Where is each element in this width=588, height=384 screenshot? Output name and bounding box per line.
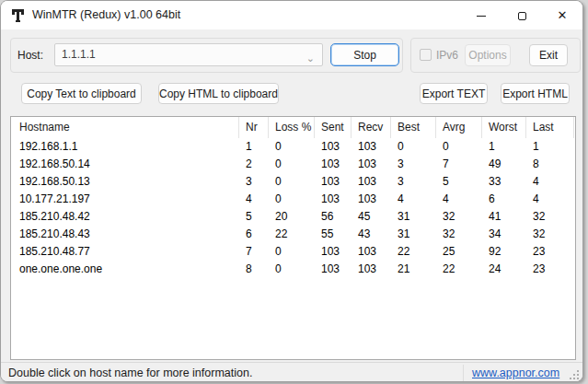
value-cell: 21 xyxy=(391,261,436,278)
value-cell: 8 xyxy=(526,156,574,173)
value-cell: 0 xyxy=(269,138,315,156)
winmtr-window: WinMTR (Redux) v1.00 64bit ✕ Host: 1.1.1… xyxy=(0,0,583,382)
column-header-nr[interactable]: Nr xyxy=(239,117,269,138)
value-cell: 7 xyxy=(239,243,269,261)
table-row[interactable]: 192.168.1.1101031030011 xyxy=(11,138,575,156)
value-cell: 103 xyxy=(352,243,391,261)
value-cell: 1 xyxy=(239,138,269,156)
value-cell: 103 xyxy=(315,156,352,173)
value-cell: 25 xyxy=(436,243,482,261)
value-cell: 23 xyxy=(526,243,574,261)
value-cell: 0 xyxy=(269,156,315,173)
hostname-cell: one.one.one.one xyxy=(11,261,239,278)
minimize-button[interactable] xyxy=(461,1,502,29)
value-cell: 43 xyxy=(352,226,391,243)
hostname-cell: 192.168.50.13 xyxy=(11,173,239,191)
value-cell: 103 xyxy=(315,261,352,278)
value-cell: 23 xyxy=(526,261,574,278)
value-cell: 103 xyxy=(352,138,391,156)
copy-html-button[interactable]: Copy HTML to clipboard xyxy=(158,83,279,104)
exit-button[interactable]: Exit xyxy=(529,44,568,66)
value-cell: 0 xyxy=(269,191,315,208)
value-cell: 22 xyxy=(436,261,482,278)
titlebar: WinMTR (Redux) v1.00 64bit ✕ xyxy=(1,1,582,29)
value-cell: 22 xyxy=(269,226,315,243)
table-row[interactable]: 185.210.48.777010310322259223 xyxy=(11,243,575,261)
value-cell: 0 xyxy=(269,173,315,191)
value-cell: 92 xyxy=(482,243,526,261)
value-cell: 32 xyxy=(436,208,482,226)
value-cell: 7 xyxy=(436,156,482,173)
app-icon xyxy=(11,8,26,23)
options-button[interactable]: Options xyxy=(465,44,511,66)
column-header-worst[interactable]: Worst xyxy=(482,117,526,138)
value-cell: 34 xyxy=(482,226,526,243)
value-cell: 55 xyxy=(315,226,352,243)
value-cell: 103 xyxy=(352,173,391,191)
results-table: HostnameNrLoss %SentRecvBestAvrgWorstLas… xyxy=(10,116,576,360)
table-row[interactable]: 192.168.50.133010310335334 xyxy=(11,173,575,191)
copy-text-button[interactable]: Copy Text to clipboard xyxy=(21,83,142,104)
column-header-best[interactable]: Best xyxy=(391,117,436,138)
value-cell: 31 xyxy=(391,226,436,243)
value-cell: 103 xyxy=(352,191,391,208)
resize-grip[interactable] xyxy=(568,368,581,381)
ipv6-label: IPv6 xyxy=(436,44,458,66)
value-cell: 103 xyxy=(315,191,352,208)
table-row[interactable]: 185.210.48.42520564531324132 xyxy=(11,208,575,226)
statusbar-divider xyxy=(463,365,464,381)
value-cell: 45 xyxy=(352,208,391,226)
export-text-button[interactable]: Export TEXT xyxy=(420,83,488,104)
value-cell: 5 xyxy=(239,208,269,226)
value-cell: 103 xyxy=(352,156,391,173)
column-header-hostname[interactable]: Hostname xyxy=(11,117,239,138)
hostname-cell: 192.168.1.1 xyxy=(11,138,239,156)
column-header-sent[interactable]: Sent xyxy=(315,117,352,138)
value-cell: 32 xyxy=(526,226,574,243)
appnor-link[interactable]: www.appnor.com xyxy=(472,363,559,382)
value-cell: 6 xyxy=(482,191,526,208)
value-cell: 0 xyxy=(269,243,315,261)
host-label: Host: xyxy=(17,44,43,66)
stop-button[interactable]: Stop xyxy=(330,43,399,66)
maximize-button[interactable] xyxy=(502,1,542,29)
host-combobox[interactable]: 1.1.1.1 ⌄ xyxy=(54,43,323,66)
export-html-button[interactable]: Export HTML xyxy=(501,83,570,104)
minimize-icon xyxy=(477,16,486,17)
statusbar: Double click on host name for more infor… xyxy=(1,362,582,382)
table-row[interactable]: 185.210.48.43622554331323432 xyxy=(11,226,575,243)
ipv6-checkbox[interactable] xyxy=(420,49,432,61)
value-cell: 103 xyxy=(315,243,352,261)
host-value: 1.1.1.1 xyxy=(62,48,96,61)
value-cell: 4 xyxy=(391,191,436,208)
value-cell: 32 xyxy=(526,208,574,226)
table-row[interactable]: 192.168.50.142010310337498 xyxy=(11,156,575,173)
value-cell: 6 xyxy=(239,226,269,243)
chevron-down-icon: ⌄ xyxy=(306,48,315,69)
close-button[interactable]: ✕ xyxy=(542,1,582,29)
value-cell: 4 xyxy=(436,191,482,208)
column-header-loss[interactable]: Loss % xyxy=(269,117,315,138)
value-cell: 33 xyxy=(482,173,526,191)
value-cell: 5 xyxy=(436,173,482,191)
hostname-cell: 192.168.50.14 xyxy=(11,156,239,173)
value-cell: 3 xyxy=(391,156,436,173)
value-cell: 24 xyxy=(482,261,526,278)
value-cell: 3 xyxy=(239,173,269,191)
value-cell: 103 xyxy=(352,261,391,278)
value-cell: 103 xyxy=(315,138,352,156)
table-row[interactable]: one.one.one.one8010310321222423 xyxy=(11,261,575,278)
table-header: HostnameNrLoss %SentRecvBestAvrgWorstLas… xyxy=(11,117,575,138)
column-header-avrg[interactable]: Avrg xyxy=(436,117,482,138)
value-cell: 20 xyxy=(269,208,315,226)
value-cell: 32 xyxy=(436,226,482,243)
value-cell: 41 xyxy=(482,208,526,226)
value-cell: 4 xyxy=(526,191,574,208)
window-title: WinMTR (Redux) v1.00 64bit xyxy=(32,1,180,29)
hostname-cell: 185.210.48.42 xyxy=(11,208,239,226)
column-header-last[interactable]: Last xyxy=(526,117,574,138)
value-cell: 2 xyxy=(239,156,269,173)
table-row[interactable]: 10.177.21.197401031034464 xyxy=(11,191,575,208)
column-header-recv[interactable]: Recv xyxy=(352,117,391,138)
value-cell: 49 xyxy=(482,156,526,173)
